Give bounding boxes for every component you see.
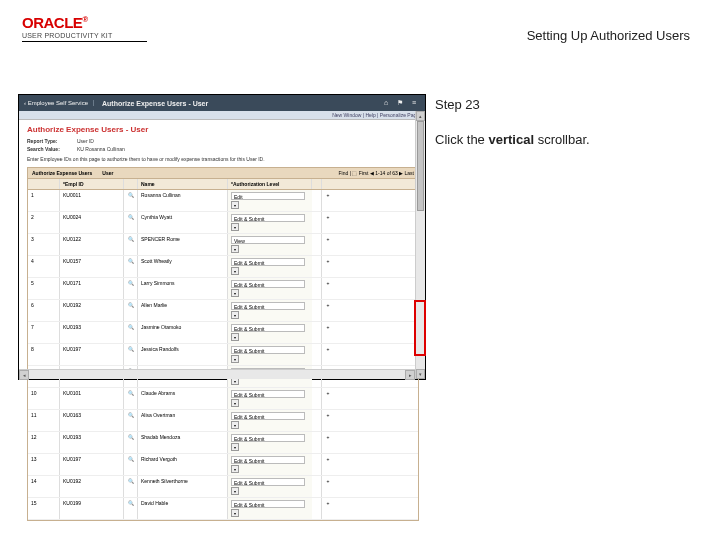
add-row-icon[interactable]: +: [322, 234, 334, 255]
auth-cell[interactable]: Edit & Submit▾: [228, 454, 312, 475]
auth-cell[interactable]: View▾: [228, 234, 312, 255]
auth-cell[interactable]: Edit & Submit▾: [228, 410, 312, 431]
grid-nav[interactable]: Find | ⬚ First ◀ 1-14 of 63 ▶ Last: [339, 170, 414, 176]
chevron-down-icon[interactable]: ▾: [231, 399, 239, 407]
content-desc: Enter Employee IDs on this page to autho…: [27, 156, 417, 162]
scroll-left-icon[interactable]: ◂: [19, 370, 29, 380]
auth-cell[interactable]: Edit & Submit▾: [228, 388, 312, 409]
col-emplid[interactable]: *Empl ID: [60, 179, 124, 189]
lookup-icon[interactable]: 🔍: [124, 190, 138, 211]
add-row-icon[interactable]: +: [322, 410, 334, 431]
auth-cell[interactable]: Edit & Submit▾: [228, 432, 312, 453]
auth-cell[interactable]: Edit & Submit▾: [228, 212, 312, 233]
table-row: 7KU0193🔍Jasmine OtamokoEdit & Submit▾+: [28, 322, 418, 344]
emplid-cell[interactable]: KU0197: [60, 454, 124, 475]
chevron-down-icon[interactable]: ▾: [231, 245, 239, 253]
lookup-icon[interactable]: 🔍: [124, 498, 138, 519]
add-row-icon[interactable]: +: [322, 256, 334, 277]
chevron-down-icon[interactable]: ▾: [231, 487, 239, 495]
emplid-cell[interactable]: KU0157: [60, 256, 124, 277]
instruction-panel: Step 23 Click the vertical scrollbar.: [435, 95, 695, 151]
lookup-icon[interactable]: 🔍: [124, 410, 138, 431]
lookup-icon[interactable]: 🔍: [124, 278, 138, 299]
auth-cell[interactable]: Edit & Submit▾: [228, 278, 312, 299]
auth-cell[interactable]: Edit & Submit▾: [228, 476, 312, 497]
grid-tab-2[interactable]: User: [102, 170, 113, 176]
lookup-icon[interactable]: 🔍: [124, 344, 138, 365]
lookup-icon[interactable]: 🔍: [124, 476, 138, 497]
emplid-cell[interactable]: KU0171: [60, 278, 124, 299]
emplid-cell[interactable]: KU0011: [60, 190, 124, 211]
add-row-icon[interactable]: +: [322, 300, 334, 321]
name-cell: Alisa Overtman: [138, 410, 228, 431]
scroll-up-icon[interactable]: ▴: [416, 111, 425, 121]
add-row-icon[interactable]: +: [322, 498, 334, 519]
auth-cell[interactable]: Edit & Submit▾: [228, 344, 312, 365]
chevron-down-icon[interactable]: ▾: [231, 509, 239, 517]
auth-cell[interactable]: Edit & Submit▾: [228, 256, 312, 277]
emplid-cell[interactable]: KU0024: [60, 212, 124, 233]
col-auth[interactable]: *Authorization Level: [228, 179, 312, 189]
chevron-down-icon[interactable]: ▾: [231, 421, 239, 429]
emplid-cell[interactable]: KU0193: [60, 432, 124, 453]
chevron-down-icon[interactable]: ▾: [231, 289, 239, 297]
name-cell: Kenneth Silverthorne: [138, 476, 228, 497]
auth-cell[interactable]: Edit & Submit▾: [228, 322, 312, 343]
home-icon[interactable]: ⌂: [381, 99, 391, 107]
flag-icon[interactable]: ⚑: [395, 99, 405, 107]
lookup-icon[interactable]: 🔍: [124, 454, 138, 475]
add-row-icon[interactable]: +: [322, 476, 334, 497]
col-name[interactable]: Name: [138, 179, 228, 189]
chevron-down-icon[interactable]: ▾: [231, 201, 239, 209]
auth-cell[interactable]: Edit▾: [228, 190, 312, 211]
name-cell: Rosanna Cullinan: [138, 190, 228, 211]
add-row-icon[interactable]: +: [322, 278, 334, 299]
emplid-cell[interactable]: KU0122: [60, 234, 124, 255]
topbar-title: Authorize Expense Users - User: [94, 100, 216, 107]
lookup-icon[interactable]: 🔍: [124, 322, 138, 343]
page-title: Setting Up Authorized Users: [527, 28, 690, 43]
chevron-down-icon[interactable]: ▾: [231, 443, 239, 451]
add-row-icon[interactable]: +: [322, 212, 334, 233]
lookup-icon[interactable]: 🔍: [124, 300, 138, 321]
add-row-icon[interactable]: +: [322, 388, 334, 409]
scroll-down-icon[interactable]: ▾: [416, 369, 425, 379]
chevron-down-icon[interactable]: ▾: [231, 333, 239, 341]
chevron-down-icon[interactable]: ▾: [231, 311, 239, 319]
table-row: 4KU0157🔍Scott WheatlyEdit & Submit▾+: [28, 256, 418, 278]
grid-tab-1[interactable]: Authorize Expense Users: [32, 170, 92, 176]
add-row-icon[interactable]: +: [322, 432, 334, 453]
subbar-links[interactable]: New Window | Help | Personalize Page: [19, 111, 425, 120]
emplid-cell[interactable]: KU0192: [60, 476, 124, 497]
vertical-scrollbar[interactable]: ▴ ▾: [415, 111, 425, 379]
emplid-cell[interactable]: KU0163: [60, 410, 124, 431]
auth-cell[interactable]: Edit & Submit▾: [228, 498, 312, 519]
scroll-track[interactable]: [416, 121, 425, 369]
chevron-down-icon[interactable]: ▾: [231, 465, 239, 473]
lookup-icon[interactable]: 🔍: [124, 234, 138, 255]
chevron-down-icon[interactable]: ▾: [231, 267, 239, 275]
emplid-cell[interactable]: KU0192: [60, 300, 124, 321]
emplid-cell[interactable]: KU0193: [60, 322, 124, 343]
add-row-icon[interactable]: +: [322, 344, 334, 365]
back-crumb[interactable]: ‹ Employee Self Service: [19, 100, 94, 106]
add-row-icon[interactable]: +: [322, 322, 334, 343]
lookup-icon[interactable]: 🔍: [124, 388, 138, 409]
add-row-icon[interactable]: +: [322, 190, 334, 211]
horizontal-scrollbar[interactable]: ◂ ▸: [19, 369, 415, 379]
auth-cell[interactable]: Edit & Submit▾: [228, 300, 312, 321]
table-row: 1KU0011🔍Rosanna CullinanEdit▾+: [28, 190, 418, 212]
scroll-thumb[interactable]: [417, 121, 424, 211]
lookup-icon[interactable]: 🔍: [124, 212, 138, 233]
lookup-icon[interactable]: 🔍: [124, 432, 138, 453]
add-row-icon[interactable]: +: [322, 454, 334, 475]
lookup-icon[interactable]: 🔍: [124, 256, 138, 277]
menu-icon[interactable]: ≡: [409, 99, 419, 107]
chevron-down-icon[interactable]: ▾: [231, 355, 239, 363]
emplid-cell[interactable]: KU0199: [60, 498, 124, 519]
scroll-right-icon[interactable]: ▸: [405, 370, 415, 380]
emplid-cell[interactable]: KU0101: [60, 388, 124, 409]
meta-row-1: Report Type:User ID: [27, 138, 417, 144]
emplid-cell[interactable]: KU0197: [60, 344, 124, 365]
chevron-down-icon[interactable]: ▾: [231, 223, 239, 231]
